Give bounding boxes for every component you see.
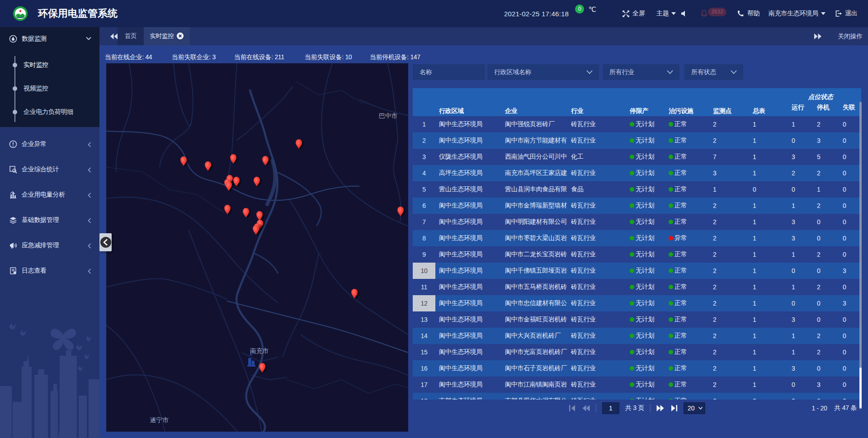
cell-points: 2 [706,198,745,214]
table-row[interactable]: 9阆中生态环境局阆中市二龙长宝页岩砖砖瓦行业无计划正常21120 [413,246,861,263]
close-operations-button[interactable]: 关闭操作 [838,27,863,45]
last-page-button[interactable] [670,405,678,411]
sidebar-group-data-monitor: 数据监测 实时监控视频监控企业电力负荷明细 [0,27,99,127]
table-row[interactable]: 13阆中生态环境局阆中市金福旺页岩机砖砖瓦行业无计划正常21300 [413,311,861,328]
cell-region: 阆中生态环境局 [435,116,501,132]
sidebar-submenu: 实时监控视频监控企业电力负荷明细 [0,53,99,124]
prev-page-button[interactable] [582,405,590,411]
caret-down-icon [671,12,676,15]
theme-dropdown[interactable]: 主题 [656,0,676,27]
cell-lost: 0 [835,198,861,214]
sidebar-item-data-monitor[interactable]: 数据监测 [0,27,99,51]
cell-company: 阆中市二龙长宝页岩砖 [501,246,567,263]
cell-facility-status: 正常 [665,344,706,360]
status-dot-icon [669,366,673,371]
first-page-button[interactable] [569,405,576,411]
table-row[interactable]: 14阆中生态环境局阆中大兴页岩机砖厂砖瓦行业无计划正常21120 [413,328,861,344]
cell-lost: 0 [835,132,861,149]
cell-industry: 砖瓦行业 [567,230,626,246]
cell-stopped: 5 [810,149,835,165]
org-dropdown[interactable]: 南充市生态环境局 [769,0,826,27]
cell-stopped: 0 [810,263,835,279]
cell-facility-status: 正常 [665,393,706,400]
cell-lost: 0 [835,181,861,198]
table-row[interactable]: 15阆中生态环境局阆中市光富页岩机砖厂砖瓦行业无计划正常21120 [413,344,861,360]
logout-button[interactable]: 退出 [835,0,857,27]
table-row[interactable]: 1阆中生态环境局阆中强锐页岩砖厂砖瓦行业无计划正常21120 [413,116,861,132]
mute-button[interactable] [681,0,688,27]
table-row[interactable]: 18南部生态环境局南部县双华水泥有限公砖瓦行业无计划正常62060 [413,393,861,400]
name-search-input[interactable]: 名称 [413,64,485,80]
cell-points: 2 [706,214,745,230]
cell-limit-status: 无计划 [626,311,665,328]
cell-running: 0 [784,132,810,149]
cell-points: 2 [706,360,745,377]
cell-running: 0 [784,393,810,400]
status-dot-icon [669,301,673,306]
cell-company: 阆中市忠信建材有限公 [501,295,567,311]
cell-limit-status: 无计划 [626,360,665,377]
table-row[interactable]: 3仪陇生态环境局西南油气田分公司川中化工无计划正常71350 [413,149,861,165]
name-input-placeholder: 名称 [420,68,432,75]
cell-facility-status: 正常 [665,246,706,263]
sidebar-item[interactable]: 企业用电量分析 [0,182,99,207]
table-row[interactable]: 11阆中生态环境局阆中市五马桥页岩机砖砖瓦行业无计划正常21120 [413,279,861,295]
sidebar-item[interactable]: 应急减排管理 [0,233,99,258]
cell-region: 阆中生态环境局 [435,295,501,311]
cell-lost: 0 [835,116,861,132]
page-number-input[interactable]: 1 [602,402,619,414]
tab-label: 实时监控 [150,33,174,39]
cell-region: 阆中生态环境局 [435,246,501,263]
map-collapse-button[interactable] [99,233,112,251]
map-panel[interactable]: 巴中市南充市遂宁市 [106,63,408,432]
table-row[interactable]: 4高坪生态环境局南充市高坪区王家店建砖瓦行业无计划正常31220 [413,165,861,181]
fullscreen-button[interactable]: 全屏 [622,0,645,27]
sidebar-item[interactable]: 基础数据管理 [0,207,99,233]
table-row[interactable]: 5营山生态环境局营山县润丰肉食品有限食品无计划正常10010 [413,181,861,198]
help-button[interactable]: 帮助 [737,0,760,27]
sidebar-item[interactable]: 日志查看 [0,258,99,283]
sidebar-subitem[interactable]: 企业电力负荷明细 [0,100,99,124]
table-scrollbar-track[interactable] [859,102,862,409]
status-select[interactable]: 所有状态 [684,64,743,80]
tab-realtime-monitor[interactable]: 实时监控 [144,27,190,45]
cell-stopped: 2 [810,246,835,263]
cell-company: 阆中千佛镇五郎垭页岩 [501,263,567,279]
next-page-button[interactable] [656,405,664,411]
status-dot-icon [630,138,634,143]
alarm-count-badge: 2632 [708,8,726,16]
sidebar-item[interactable]: 企业异常 [0,132,99,157]
col-header-lost: 失联 [835,102,861,116]
table-body-viewport[interactable]: 1阆中生态环境局阆中强锐页岩砖厂砖瓦行业无计划正常211202阆中生态环境局阆中… [413,116,861,400]
cell-lost: 0 [835,149,861,165]
table-scrollbar-thumb[interactable] [859,367,862,408]
main-content: 当前在线企业: 44当前失联企业: 3当前在线设备: 211当前失联设备: 10… [99,45,868,438]
region-select[interactable]: 行政区域名称 [487,64,599,80]
status-dot-icon [630,366,634,371]
table-row[interactable]: 10阆中生态环境局阆中千佛镇五郎垭页岩砖瓦行业无计划正常21003 [413,263,861,279]
industry-select[interactable]: 所有行业 [603,64,679,80]
caret-down-icon [821,12,826,15]
table-row[interactable]: 7阆中生态环境局阆中明阳建材有限公司砖瓦行业无计划正常21300 [413,214,861,230]
tabs-scroll-right-button[interactable] [811,27,825,45]
table-row[interactable]: 16阆中生态环境局阆中市石子页岩机砖厂砖瓦行业无计划正常21300 [413,360,861,377]
cell-row-number: 17 [413,377,435,393]
alarm-bell[interactable] [700,0,708,27]
cell-industry: 砖瓦行业 [567,214,626,230]
bell-icon [700,9,708,18]
sidebar-subitem[interactable]: 视频监控 [0,77,99,100]
pager-separator [650,404,651,412]
sidebar-subitem[interactable]: 实时监控 [0,53,99,77]
cell-company: 西南油气田分公司川中 [501,149,567,165]
cell-limit-status: 无计划 [626,149,665,165]
table-row[interactable]: 8阆中生态环境局阆中市枣碧大梁山页岩砖瓦行业无计划异常21300 [413,230,861,246]
tab-home[interactable]: 首页 [118,27,144,45]
page-size-select[interactable]: 20 [684,402,705,414]
sidebar-item[interactable]: 企业综合统计 [0,157,99,182]
table-row[interactable]: 2阆中生态环境局阆中市南方节能建材有砖瓦行业无计划正常21030 [413,132,861,149]
table-header: 行政区域 企业 行业 停限产 治污设施 监测点 总表 点位状态 运行 停机 失联 [413,88,861,116]
table-row[interactable]: 12阆中生态环境局阆中市忠信建材有限公砖瓦行业无计划正常21003 [413,295,861,311]
tab-close-icon[interactable] [177,33,184,39]
table-row[interactable]: 17阆中生态环境局阆中市江南镇阆南页岩砖瓦行业无计划正常21030 [413,377,861,393]
table-row[interactable]: 6阆中生态环境局阆中市金博瑞新型墙材砖瓦行业无计划正常21120 [413,198,861,214]
